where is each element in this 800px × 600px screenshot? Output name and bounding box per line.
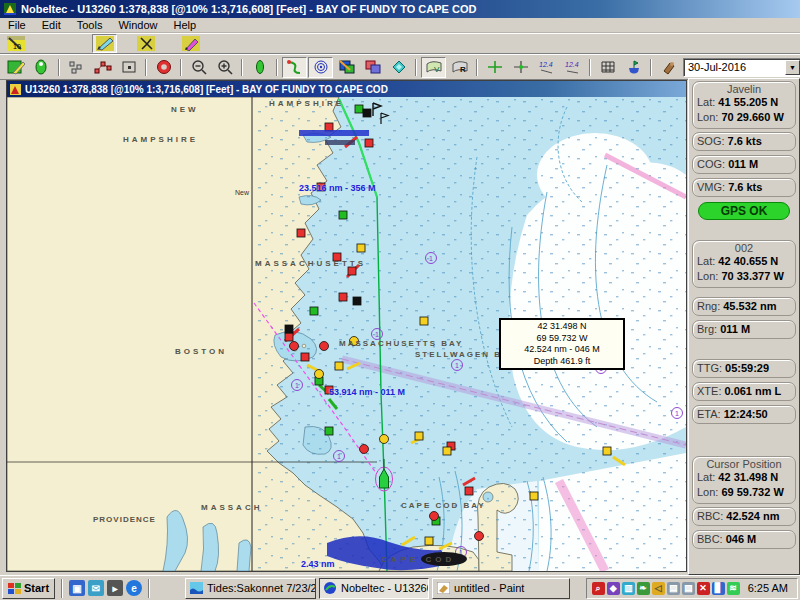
chart-v-icon[interactable]: V (421, 57, 446, 78)
svg-text:1: 1 (295, 382, 299, 389)
chart-pencil-icon[interactable] (3, 57, 28, 78)
route-leg2-label: 53.914 nm - 011 M (329, 387, 405, 397)
tray-disconnect-icon[interactable]: ✕ (697, 582, 710, 595)
vessel-lat: 41 55.205 N (718, 95, 778, 110)
wpt-lat-label: Lat: (697, 254, 715, 269)
svg-text:1: 1 (675, 410, 679, 417)
task-tides-label: Tides:Sakonnet 7/23/201... (207, 582, 316, 594)
zoom-out-icon[interactable] (186, 57, 211, 78)
tray-chart-icon[interactable]: ▊ (712, 582, 725, 595)
date-dropdown-arrow[interactable]: ▼ (785, 60, 800, 75)
rng-value: 45.532 nm (723, 299, 776, 314)
marks-tool-icon[interactable] (64, 57, 89, 78)
bbc-box: BBC:046 M (692, 530, 796, 549)
wpt-lon: 70 33.377 W (721, 269, 783, 284)
zoom-in-icon[interactable] (212, 57, 237, 78)
tray-search-icon[interactable]: ⌕ (592, 582, 605, 595)
quick-route-icon[interactable] (282, 57, 307, 78)
task-nobeltec[interactable]: Nobeltec - U13260 1:3... (319, 578, 429, 599)
crosshair-tool-icon[interactable] (508, 57, 533, 78)
cursor-position-group: Cursor Position Lat:42 31.498 N Lon:69 5… (692, 456, 796, 504)
chart-window-title-bar: U13260 1:378,838 [@10% 1:3,716,608] [Fee… (7, 81, 686, 97)
label-hampshire-w: HAMPSHIRE (123, 135, 198, 144)
chart-window-icon (10, 84, 21, 95)
task-nobeltec-label: Nobeltec - U13260 1:3... (341, 582, 429, 594)
vessel-lat-label: Lat: (697, 95, 715, 110)
measure-a-icon[interactable]: 12.4 (534, 57, 559, 78)
lifering-icon[interactable] (151, 57, 176, 78)
quicklaunch-desktop-icon[interactable]: ▣ (69, 580, 85, 596)
info-panel: Javelin Lat:41 55.205 N Lon:70 29.660 W … (688, 78, 800, 575)
vessel-tool-icon[interactable] (247, 57, 272, 78)
tray-signal-icon[interactable]: ≋ (727, 582, 740, 595)
menu-tools[interactable]: Tools (77, 19, 103, 31)
nautical-chart[interactable]: 111 111 11 (7, 97, 686, 571)
quicklaunch-ie-icon[interactable]: e (126, 580, 142, 596)
sog-value: 7.6 kts (728, 134, 762, 149)
eta-value: 12:24:50 (724, 407, 768, 422)
boundary-tool-icon[interactable] (116, 57, 141, 78)
menu-file[interactable]: File (8, 19, 26, 31)
tooltip-depth: Depth 461.9 ft (501, 356, 623, 368)
ttg-box: TTG:05:59:29 (692, 359, 796, 378)
svg-text:10: 10 (13, 43, 21, 50)
grid-view-icon[interactable] (595, 57, 620, 78)
tray-display-icon[interactable]: ▥ (622, 582, 635, 595)
vessel-name: Javelin (697, 83, 791, 95)
vessel-lon-label: Lon: (697, 110, 718, 125)
menu-help[interactable]: Help (174, 19, 197, 31)
gem-icon[interactable] (386, 57, 411, 78)
tools-button[interactable] (133, 34, 158, 53)
date-selector[interactable]: 30-Jul-2016 ▼ (683, 58, 800, 77)
menu-edit[interactable]: Edit (42, 19, 61, 31)
paint-task-icon (437, 582, 450, 594)
task-paint[interactable]: untitled - Paint (432, 578, 570, 599)
edit-chart-button[interactable] (92, 34, 117, 53)
tray-network2-icon[interactable]: ▤ (682, 582, 695, 595)
route-leg3-label: 2.43 nm (301, 559, 335, 569)
xte-box: XTE:0.061 nm L (692, 382, 796, 401)
toolbar-row1: 10 (0, 33, 800, 54)
cursor-lat-label: Lat: (697, 470, 715, 485)
boat-flag-icon[interactable] (621, 57, 646, 78)
menu-window[interactable]: Window (118, 19, 157, 31)
sog-box: SOG:7.6 kts (692, 132, 796, 151)
label-new-small: New (235, 189, 249, 196)
tray-leaf-icon[interactable]: ❧ (637, 582, 650, 595)
svg-text:12.4: 12.4 (565, 61, 579, 68)
vessel-lon: 70 29.660 W (721, 110, 783, 125)
target-tool-icon[interactable] (308, 57, 333, 78)
svg-text:R: R (460, 65, 466, 74)
waypoint-name: 002 (697, 242, 791, 254)
cursor-tooltip: 42 31.498 N 69 59.732 W 42.524 nm - 046 … (499, 318, 625, 370)
svg-text:12.4: 12.4 (539, 61, 553, 68)
window-overlay-icon[interactable] (360, 57, 385, 78)
rbc-box: RBC:42.524 nm (692, 507, 796, 526)
tooltip-lat: 42 31.498 N (501, 321, 623, 333)
quicklaunch-media-icon[interactable]: ▸ (107, 580, 123, 596)
ttg-value: 05:59:29 (725, 361, 769, 376)
boat-new-icon[interactable] (29, 57, 54, 78)
highlighter-button[interactable] (178, 34, 203, 53)
windows-logo-icon (8, 583, 21, 594)
quicklaunch-outlook-icon[interactable]: ✉ (88, 580, 104, 596)
hand-tool-icon[interactable] (656, 57, 681, 78)
vmg-label: VMG: (697, 180, 725, 195)
xte-label: XTE: (697, 384, 721, 399)
chart-overlay-icon[interactable] (334, 57, 359, 78)
tray-volume-icon[interactable]: ◁ (652, 582, 665, 595)
measure-b-icon[interactable]: 12.4 (560, 57, 585, 78)
menu-bar: File Edit Tools Window Help (0, 18, 800, 33)
svg-text:1: 1 (375, 331, 379, 338)
cross-tool-icon[interactable] (482, 57, 507, 78)
start-button[interactable]: Start (2, 578, 55, 599)
task-tides[interactable]: Tides:Sakonnet 7/23/201... (185, 578, 316, 599)
tray-network1-icon[interactable]: ▤ (667, 582, 680, 595)
route-tool-icon[interactable] (90, 57, 115, 78)
scale-10-button[interactable]: 10 (3, 34, 28, 53)
tray-shield-icon[interactable]: ◆ (607, 582, 620, 595)
chart-r-icon[interactable]: R (447, 57, 472, 78)
nobeltec-app-icon (4, 3, 16, 15)
task-paint-label: untitled - Paint (454, 582, 524, 594)
toolbar-row2: V R 12.4 12.4 30-Jul-2016 ▼ 06:30 ▲▼ ✓ (0, 54, 800, 80)
